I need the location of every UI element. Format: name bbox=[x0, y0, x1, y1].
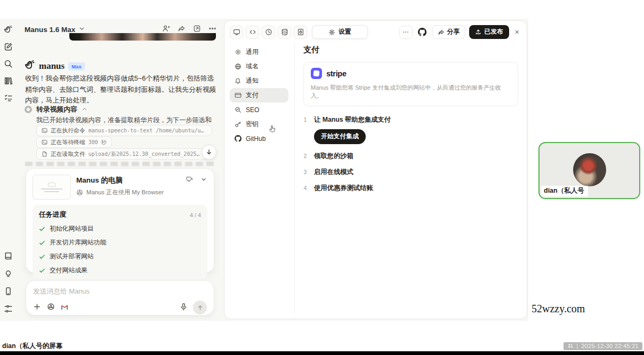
preferences-icon[interactable] bbox=[4, 304, 13, 315]
github-button[interactable] bbox=[416, 26, 428, 38]
code-view-icon[interactable] bbox=[246, 26, 259, 39]
mic-icon[interactable] bbox=[180, 303, 188, 313]
website-preview-panel: 设置 分享 已发布 × bbox=[224, 20, 527, 319]
agent-row: manus Max bbox=[25, 60, 85, 73]
action-label: 正在读取文件 bbox=[51, 151, 85, 158]
payment-step: 3 启用在线模式 bbox=[303, 168, 518, 177]
search-icon[interactable] bbox=[4, 59, 13, 70]
task-status-icon bbox=[25, 106, 32, 113]
settings-nav-payments[interactable]: 支付 bbox=[230, 88, 288, 102]
message-input[interactable] bbox=[33, 287, 207, 295]
mobile-icon[interactable] bbox=[4, 287, 13, 298]
shared-screen-label: dian（私人号的屏幕 bbox=[0, 342, 62, 351]
terminal-icon bbox=[42, 128, 47, 133]
video-thumbnail-strip[interactable] bbox=[69, 33, 216, 41]
computer-card[interactable]: Manus 的电脑 Manus 正在使用 My Browser 任务进度 bbox=[26, 168, 214, 273]
action-detail: 300 秒 bbox=[88, 139, 107, 146]
manus-logo-icon[interactable] bbox=[4, 25, 13, 36]
chat-title[interactable]: Manus 1.6 Max bbox=[25, 26, 75, 34]
page-title: 支付 bbox=[303, 45, 518, 55]
computer-status: Manus 正在使用 My Browser bbox=[86, 188, 164, 196]
check-icon bbox=[39, 240, 45, 246]
action-detail: manus-speech-to-text /home/ubuntu/upload… bbox=[88, 127, 207, 135]
settings-nav-domain[interactable]: 域名 bbox=[230, 59, 288, 74]
recording-timestamp: 2025-12-30 22:45:21 bbox=[581, 343, 639, 349]
secrets-file-icon[interactable] bbox=[294, 26, 307, 39]
key-icon bbox=[235, 121, 241, 128]
tasks-icon[interactable] bbox=[4, 93, 13, 105]
progress-item: 开发切片库网站功能 bbox=[39, 239, 201, 247]
idea-icon[interactable] bbox=[4, 269, 13, 280]
settings-button[interactable]: 设置 bbox=[312, 25, 368, 39]
arrow-down-icon bbox=[205, 148, 213, 156]
close-panel-button[interactable]: × bbox=[513, 28, 521, 36]
gear-icon bbox=[328, 29, 335, 36]
gmail-icon[interactable] bbox=[61, 303, 68, 312]
webcam-avatar bbox=[573, 153, 606, 186]
truncated-text-line bbox=[25, 162, 215, 166]
recording-status-bar: dian（私人号的屏幕 | 2025-12-30 22:45:21 bbox=[0, 341, 644, 351]
progress-item: 初始化网站项目 bbox=[39, 225, 201, 233]
action-pill-wait[interactable]: 正在等待终端 300 秒 bbox=[36, 137, 112, 148]
action-pill-command[interactable]: 正在执行命令 manus-speech-to-text /home/ubuntu… bbox=[36, 125, 212, 136]
payment-step: 4 使用优惠券测试结账 bbox=[303, 184, 518, 193]
settings-nav-secrets[interactable]: 密钥 bbox=[230, 117, 288, 131]
bottom-black-bar bbox=[0, 351, 644, 355]
chevron-up-icon[interactable] bbox=[82, 105, 87, 114]
share-label: 分享 bbox=[447, 28, 460, 36]
gear-icon bbox=[235, 49, 241, 56]
webcam-name-label: dian（私人号 bbox=[541, 186, 588, 196]
share-button[interactable]: 分享 bbox=[432, 25, 466, 39]
collapse-card-icon[interactable] bbox=[200, 176, 207, 185]
preview-screen-icon[interactable] bbox=[230, 26, 243, 39]
globe-icon bbox=[235, 63, 241, 70]
bell-icon bbox=[235, 77, 241, 84]
participants-icon bbox=[567, 343, 574, 349]
browser-tool-icon[interactable] bbox=[47, 303, 55, 313]
more-actions-button[interactable] bbox=[399, 26, 413, 39]
task-group-header[interactable]: 转录视频内容 bbox=[25, 105, 87, 114]
settings-label: 设置 bbox=[339, 28, 351, 36]
settings-nav-notifications[interactable]: 通知 bbox=[230, 74, 288, 88]
check-icon bbox=[39, 226, 45, 232]
new-chat-icon[interactable] bbox=[4, 42, 13, 53]
webcam-overlay: dian（私人号 bbox=[538, 142, 640, 199]
database-icon[interactable] bbox=[278, 26, 291, 39]
action-pill-read-file[interactable]: 正在读取文件 upload/新2025.12.30_converted_2025… bbox=[36, 148, 208, 160]
upload-icon bbox=[475, 29, 481, 35]
stripe-logo-icon bbox=[311, 68, 322, 79]
computer-preview-thumbnail[interactable] bbox=[33, 175, 71, 200]
preview-actions: 分享 已发布 × bbox=[399, 25, 521, 39]
published-button[interactable]: 已发布 bbox=[469, 25, 509, 39]
credit-card-icon bbox=[235, 92, 241, 99]
settings-nav-general[interactable]: 通用 bbox=[230, 45, 288, 59]
start-payment-integration-button[interactable]: 开始支付集成 bbox=[314, 129, 366, 144]
message-composer[interactable] bbox=[26, 280, 214, 315]
arrow-up-icon bbox=[197, 304, 204, 311]
nav-divider bbox=[294, 42, 295, 313]
library-icon[interactable] bbox=[4, 76, 13, 88]
task-group-title: 转录视频内容 bbox=[36, 105, 77, 114]
settings-nav-seo[interactable]: SEO bbox=[230, 102, 288, 117]
settings-nav-github[interactable]: GitHub bbox=[230, 131, 288, 146]
model-badge: Max bbox=[68, 62, 84, 70]
settings-nav: 通用 域名 通知 支付 bbox=[230, 45, 288, 146]
manus-app: Manus 1.6 Max manus Max 收到！我会帮你把这段视频内容做成… bbox=[0, 19, 528, 321]
progress-count: 4 / 4 bbox=[190, 212, 201, 218]
pill-divider: | bbox=[577, 343, 578, 349]
attach-icon[interactable] bbox=[33, 303, 41, 313]
history-icon[interactable] bbox=[262, 26, 275, 39]
knowledge-icon[interactable] bbox=[4, 251, 13, 263]
screen-select-icon[interactable] bbox=[186, 176, 194, 185]
stripe-provider-card: stripe Manus 帮助您将 Stripe 支付集成到您的网站中，从而通过… bbox=[303, 62, 518, 106]
action-detail: upload/新2025.12.30_converted_20251230_09… bbox=[88, 151, 203, 158]
chat-panel: Manus 1.6 Max manus Max 收到！我会帮你把这段视频内容做成… bbox=[16, 19, 224, 321]
action-label: 正在等待终端 bbox=[51, 139, 85, 146]
progress-item: 交付网站成果 bbox=[39, 266, 201, 275]
payments-settings-content: 支付 stripe Manus 帮助您将 Stripe 支付集成到您的网站中，从… bbox=[303, 42, 518, 193]
send-button[interactable] bbox=[193, 301, 207, 314]
left-rail bbox=[0, 19, 16, 321]
share-icon bbox=[438, 29, 445, 36]
agent-name: manus bbox=[39, 61, 65, 72]
scroll-to-bottom-button[interactable] bbox=[202, 145, 216, 160]
